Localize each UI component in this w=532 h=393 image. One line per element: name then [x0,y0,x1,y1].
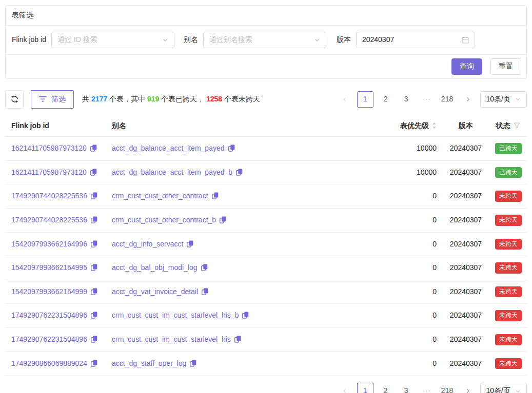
column-header-status[interactable]: 状态 [489,117,527,137]
filter-fields-row: Flink job id 通过 ID 搜索 别名 通过别名搜索 版本 20240… [6,26,526,55]
copy-icon[interactable] [91,312,97,319]
filter-card: 表筛选 Flink job id 通过 ID 搜索 别名 通过别名搜索 版本 2… [5,5,527,79]
job-id-link[interactable]: 1542097993662164999 [11,287,87,296]
column-header-alias: 别名 [106,117,335,137]
alias-link[interactable]: crm_cust_cust_im_cust_starlevel_his [112,335,231,343]
cell-version: 20240307 [443,327,489,351]
alias-select[interactable]: 通过别名搜索 [203,32,326,48]
table-row: 1621411705987973120acct_dg_balance_acct_… [5,137,527,161]
page-size-select[interactable]: 10条/页 [480,383,527,393]
copy-icon[interactable] [212,192,219,199]
page-button-2[interactable]: 2 [378,91,394,108]
alias-link[interactable]: crm_cust_cust_other_contract_b [112,216,216,224]
prev-page-button[interactable] [337,91,353,108]
job-id-link[interactable]: 1621411705987973120 [11,144,87,152]
table-row: 1621411705987973120acct_dg_balance_acct_… [5,160,527,184]
cell-priority: 0 [335,232,443,256]
alias-link[interactable]: crm_cust_cust_other_contract [112,192,208,200]
bottom-bar: 1 2 3 ··· 218 10条/页 [5,383,527,393]
copy-icon[interactable] [202,288,208,295]
cell-priority: 0 [335,327,443,351]
alias-link[interactable]: acct_dg_info_servacct [112,240,183,248]
alias-link[interactable]: acct_dg_bal_obj_modi_log [112,263,198,272]
table-summary: 共 2177 个表，其中 919 个表已跨天， 1258 个表未跨天 [82,94,260,105]
next-page-button[interactable] [460,91,476,108]
filter-icon [39,96,47,102]
table-row: 1542097993662164996acct_dg_info_servacct… [5,232,527,256]
page-button-last[interactable]: 218 [439,91,456,108]
table-row: 1542097993662164999acct_dg_vat_invoice_d… [5,280,527,304]
copy-icon[interactable] [201,264,208,271]
copy-icon[interactable] [91,216,97,223]
page-button-1[interactable]: 1 [357,383,373,393]
copy-icon[interactable] [91,288,97,295]
copy-icon[interactable] [220,216,226,223]
cell-job-id: 1749290744028225536 [5,208,106,232]
version-label: 版本 [337,35,351,45]
alias-link[interactable]: acct_dg_balance_acct_item_payed_b [112,168,232,176]
copy-icon[interactable] [91,360,97,367]
job-id-link[interactable]: 1749290744028225536 [11,192,87,200]
status-badge: 已跨天 [495,143,522,154]
copy-icon[interactable] [242,312,249,319]
prev-page-button[interactable] [337,383,353,393]
page-button-3[interactable]: 3 [398,91,415,108]
job-id-link[interactable]: 1749290762231504896 [11,335,87,343]
search-button[interactable]: 查询 [451,58,482,75]
cell-alias: crm_cust_cust_other_contract [106,184,335,209]
crossed-count: 919 [147,95,159,103]
page-size-value: 10条/页 [486,94,510,105]
cell-version: 20240307 [443,256,489,280]
filter-button[interactable]: 筛选 [31,90,74,109]
cell-status: 未跨天 [489,256,527,280]
page-button-last[interactable]: 218 [439,383,456,393]
copy-icon[interactable] [236,169,243,176]
page-button-1[interactable]: 1 [357,91,373,108]
copy-icon[interactable] [234,336,241,343]
job-id-link[interactable]: 1542097993662164995 [11,263,87,272]
cell-alias: crm_cust_cust_other_contract_b [106,208,335,232]
cell-version: 20240307 [443,160,489,184]
copy-icon[interactable] [91,192,97,199]
flink-job-id-select[interactable]: 通过 ID 搜索 [51,32,174,48]
page-button-2[interactable]: 2 [378,383,394,393]
copy-icon[interactable] [228,144,235,152]
cell-version: 20240307 [443,184,489,209]
cell-alias: acct_dg_bal_obj_modi_log [106,256,335,280]
copy-icon[interactable] [190,360,196,367]
job-id-link[interactable]: 1749290762231504896 [11,311,87,319]
page-ellipsis[interactable]: ··· [419,383,435,393]
job-id-link[interactable]: 1749290744028225536 [11,216,87,224]
alias-link[interactable]: acct_dg_balance_acct_item_payed [112,144,225,152]
copy-icon[interactable] [91,264,97,271]
job-id-link[interactable]: 1542097993662164996 [11,240,87,248]
version-date-picker[interactable]: 20240307 [356,32,475,48]
column-header-priority[interactable]: 表优先级 [335,117,443,137]
page-ellipsis[interactable]: ··· [419,91,435,108]
sort-icon[interactable] [432,122,437,129]
page-size-select[interactable]: 10条/页 [480,91,527,108]
page-size-value: 10条/页 [486,386,510,393]
total-count: 2177 [91,95,107,103]
job-id-link[interactable]: 1621411705987973120 [11,168,87,176]
alias-link[interactable]: acct_dg_staff_oper_log [112,359,186,367]
alias-link[interactable]: crm_cust_cust_im_cust_starlevel_his_b [112,311,239,319]
cell-priority: 0 [335,280,443,304]
copy-icon[interactable] [91,240,97,247]
cell-job-id: 1621411705987973120 [5,137,106,161]
page-button-3[interactable]: 3 [398,383,415,393]
status-badge: 已跨天 [495,167,522,178]
alias-link[interactable]: acct_dg_vat_invoice_detail [112,287,198,296]
copy-icon[interactable] [187,240,193,247]
reset-button[interactable]: 重置 [490,58,521,75]
funnel-icon[interactable] [514,122,520,129]
table-row: 1749290866069889024acct_dg_staff_oper_lo… [5,351,527,376]
copy-icon[interactable] [91,336,97,343]
copy-icon[interactable] [90,169,97,176]
job-id-link[interactable]: 1749290866069889024 [11,359,87,367]
refresh-button[interactable] [5,90,24,109]
cell-status: 未跨天 [489,304,527,328]
copy-icon[interactable] [90,144,97,152]
next-page-button[interactable] [460,383,476,393]
status-badge: 未跨天 [495,334,522,345]
